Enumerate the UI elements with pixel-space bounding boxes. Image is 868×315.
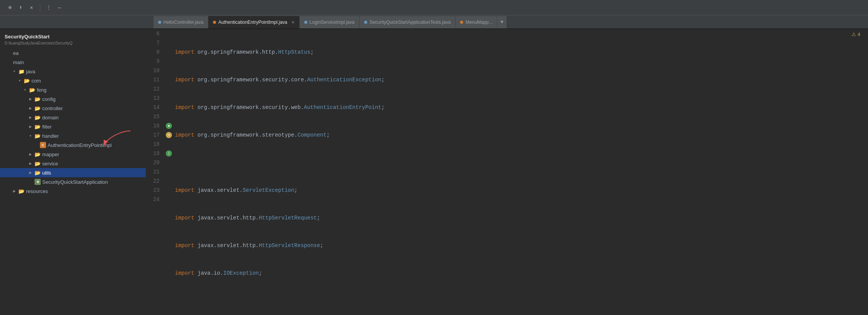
ln-11: 11 <box>149 75 160 84</box>
tab-login[interactable]: LoginServiceImpl.java <box>300 16 360 28</box>
arrow-handler: ▾ <box>28 133 33 139</box>
tab-label-menumapp: MenuMapp... <box>465 20 492 25</box>
new-window-icon[interactable]: ⊕ <box>6 4 14 12</box>
sidebar-item-main[interactable]: main <box>0 58 146 67</box>
ln-9: 9 <box>149 57 160 66</box>
folder-icon-domain: 📂 <box>35 114 41 120</box>
code-line-12: import javax.servlet.http.HttpServletReq… <box>175 213 859 223</box>
sidebar-item-service[interactable]: ▶ 📂 service <box>0 159 146 168</box>
ln-13: 13 <box>149 94 160 103</box>
arrow-ea <box>6 50 12 56</box>
arrow-com: ▾ <box>17 78 22 83</box>
sidebar-item-domain[interactable]: ▶ 📂 domain <box>0 113 146 122</box>
warning-icon: ⚠ <box>851 31 856 37</box>
sidebar-item-security-app[interactable]: ⚙ SecurityQuickStartApplication <box>0 177 146 186</box>
sidebar-item-auth-entry[interactable]: C AuthenticationEntryPointImpl <box>0 140 146 150</box>
main-layout: SecurityQuickStart D:\kuangStudyJavaExer… <box>0 29 868 315</box>
arrow-controller: ▶ <box>28 106 33 111</box>
tab-auth[interactable]: AuthenticationEntryPointImpl.java ✕ <box>208 16 299 28</box>
gutter-icon-19: ! <box>166 150 172 157</box>
arrow-java: ▾ <box>12 69 17 74</box>
code-area[interactable]: ⚠ 4 6 7 8 9 10 11 12 13 14 15 16 17 18 1… <box>146 29 868 315</box>
ln-14: 14 <box>149 103 160 112</box>
tab-dot-auth <box>213 21 216 24</box>
tab-label-auth: AuthenticationEntryPointImpl.java <box>218 20 287 25</box>
sidebar-label-feng: feng <box>37 87 46 93</box>
project-title: SecurityQuickStart <box>0 32 146 41</box>
sidebar-item-filter[interactable]: ▶ 📂 filter <box>0 122 146 131</box>
ln-22: 22 <box>149 176 160 186</box>
ln-24: 24 <box>149 195 160 204</box>
tab-label-login: LoginServiceImpl.java <box>310 20 355 25</box>
separator <box>40 4 40 12</box>
minimize-icon[interactable]: — <box>56 4 63 12</box>
ln-19: 19 <box>149 149 160 158</box>
folder-icon-mapper: 📂 <box>35 151 41 157</box>
close-icon[interactable]: ✕ <box>28 4 35 12</box>
folder-icon-service: 📂 <box>35 160 41 167</box>
code-line-7: import org.springframework.security.core… <box>175 75 859 84</box>
sidebar-label-resources: resources <box>26 188 48 194</box>
ln-16: 16 <box>149 121 160 130</box>
tab-dot-menumapp <box>460 21 463 24</box>
tab-more-button[interactable]: ▼ <box>497 16 506 28</box>
sidebar-label-utils: utils <box>42 170 51 176</box>
sidebar-label-mapper: mapper <box>42 152 59 157</box>
arrow-mapper: ▶ <box>28 152 33 157</box>
sidebar-item-feng[interactable]: ▾ 📂 feng <box>0 85 146 94</box>
sidebar-item-java[interactable]: ▾ 📁 java <box>0 67 146 76</box>
tab-security[interactable]: SecurityQuickStartApplicationTests.java <box>360 16 455 28</box>
tab-dot-hello <box>158 21 161 24</box>
code-line-14: import java.io.IOException; <box>175 269 859 278</box>
sidebar-label-main: main <box>13 59 24 65</box>
code-lines: import org.springframework.http.HttpStat… <box>175 29 868 315</box>
sidebar-item-mapper[interactable]: ▶ 📂 mapper <box>0 150 146 159</box>
folder-icon-resources: 📂 <box>18 188 25 194</box>
ln-6: 6 <box>149 29 160 38</box>
arrow-service: ▶ <box>28 161 33 166</box>
ln-12: 12 <box>149 84 160 94</box>
sidebar-item-resources[interactable]: ▶ 📂 resources <box>0 186 146 196</box>
arrow-config: ▶ <box>28 96 33 102</box>
ln-8: 8 <box>149 48 160 57</box>
sidebar-item-com[interactable]: ▾ 📂 com <box>0 76 146 85</box>
code-line-11: import javax.servlet.ServletException; <box>175 186 859 195</box>
folder-icon-config: 📂 <box>35 96 41 102</box>
tab-dot-security <box>364 21 367 24</box>
warning-count: 4 <box>858 31 860 37</box>
folder-icon-handler: 📂 <box>35 133 41 139</box>
tabs-bar: HelloController.java AuthenticationEntry… <box>0 15 868 29</box>
ln-15: 15 <box>149 112 160 121</box>
code-editor: 6 7 8 9 10 11 12 13 14 15 16 17 18 19 20… <box>146 29 868 315</box>
folder-icon-feng: 📂 <box>29 87 35 93</box>
code-line-6: import org.springframework.http.HttpStat… <box>175 48 859 57</box>
ln-20: 20 <box>149 158 160 167</box>
more-icon[interactable]: ⋮ <box>45 4 53 12</box>
folder-icon-com: 📂 <box>24 78 30 84</box>
folder-icon-utils: 📂 <box>35 170 41 176</box>
tab-close-auth[interactable]: ✕ <box>291 20 295 25</box>
sidebar-item-utils[interactable]: ▶ 📂 utils <box>0 168 146 177</box>
sidebar-label-config: config <box>42 96 56 102</box>
auth-entry-row: C AuthenticationEntryPointImpl <box>0 140 146 150</box>
ln-17: 17 <box>149 130 160 140</box>
sidebar-item-controller[interactable]: ▶ 📂 controller <box>0 104 146 113</box>
gutter-icon-17: ✎ <box>166 132 172 138</box>
up-down-icon[interactable]: ⬍ <box>17 4 25 12</box>
sidebar-label-controller: controller <box>42 106 63 111</box>
code-line-13: import javax.servlet.http.HttpServletRes… <box>175 241 859 250</box>
tab-menumapp[interactable]: MenuMapp... <box>455 16 497 28</box>
arrow-feng: ▾ <box>22 87 28 92</box>
sidebar-item-handler[interactable]: ▾ 📂 handler <box>0 131 146 140</box>
sidebar-item-config[interactable]: ▶ 📂 config <box>0 94 146 104</box>
sidebar-label-java: java <box>26 69 35 74</box>
arrow-security-app <box>28 179 33 185</box>
sidebar: SecurityQuickStart D:\kuangStudyJavaExer… <box>0 29 146 315</box>
sidebar-item-ea[interactable]: ea <box>0 48 146 58</box>
sidebar-label-auth-entry: AuthenticationEntryPointImpl <box>48 142 112 148</box>
sidebar-label-service: service <box>42 161 58 167</box>
ln-7: 7 <box>149 38 160 48</box>
tab-hello[interactable]: HelloController.java <box>153 16 208 28</box>
code-line-15 <box>175 296 859 305</box>
gutter: ● ✎ ! <box>164 29 175 315</box>
